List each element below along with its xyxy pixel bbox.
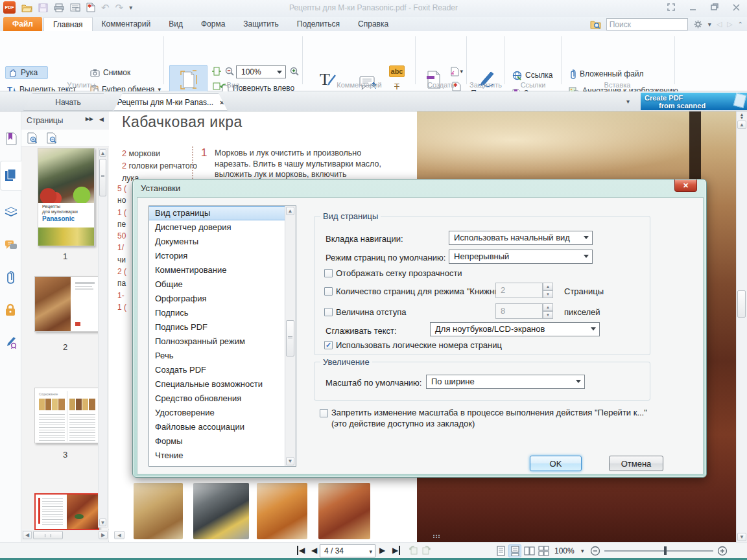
layers-panel-icon[interactable] bbox=[5, 206, 18, 219]
category-item[interactable]: Общие bbox=[149, 277, 296, 292]
statusbar-grip[interactable] bbox=[433, 535, 440, 538]
comments-panel-icon[interactable] bbox=[5, 240, 18, 253]
tab-view[interactable]: Вид bbox=[160, 17, 192, 31]
tab-share[interactable]: Поделиться bbox=[288, 17, 349, 31]
continuous-view-icon[interactable] bbox=[508, 544, 521, 557]
gap-spin-buttons[interactable]: ▲▼ bbox=[543, 303, 553, 319]
tab-start-page[interactable]: Начать bbox=[23, 93, 113, 111]
security-panel-icon[interactable] bbox=[5, 303, 18, 316]
list-scrollbar-thumb[interactable] bbox=[286, 320, 294, 356]
enlarge-thumbnails-icon[interactable] bbox=[27, 132, 38, 144]
document-scrollbar[interactable]: ▲▼ ▲ ▼ bbox=[736, 111, 747, 542]
gap-spinner[interactable]: 8 bbox=[495, 303, 543, 319]
gap-checkbox[interactable] bbox=[324, 308, 333, 316]
highlight-text-icon[interactable]: abc bbox=[389, 65, 405, 77]
cancel-button[interactable]: Отмена bbox=[609, 456, 663, 471]
tab-form[interactable]: Форма bbox=[192, 17, 234, 31]
close-document-icon[interactable]: × bbox=[220, 99, 224, 106]
panel-h-scrollbar[interactable]: ◀ ▶ bbox=[21, 530, 109, 541]
link-button[interactable]: Ссылка bbox=[510, 69, 554, 82]
category-item[interactable]: Подпись bbox=[149, 306, 296, 320]
page-thumbnail-2[interactable] bbox=[34, 276, 99, 332]
category-item[interactable]: История bbox=[149, 249, 296, 263]
category-item[interactable]: Документы bbox=[149, 235, 296, 249]
book-pages-spin-buttons[interactable]: ▲▼ bbox=[543, 283, 553, 298]
attach-file-button[interactable]: Вложенный файл bbox=[567, 67, 646, 80]
forbid-zoom-checkbox[interactable] bbox=[320, 409, 328, 417]
category-item[interactable]: Подпись PDF bbox=[149, 320, 296, 334]
tab-home[interactable]: Главная bbox=[43, 17, 93, 31]
close-button[interactable] bbox=[732, 3, 741, 12]
category-item[interactable]: Речь bbox=[149, 349, 296, 363]
page-thumbnail-3[interactable]: Содержание bbox=[34, 388, 99, 443]
zoom-slider-thumb[interactable] bbox=[664, 546, 667, 555]
category-item[interactable]: Файловые ассоциации bbox=[149, 420, 296, 434]
category-item[interactable]: Вид страницы bbox=[149, 206, 296, 220]
page-number-combobox[interactable]: 4 / 34▾ bbox=[320, 544, 375, 557]
category-item[interactable]: Формы bbox=[149, 434, 296, 449]
restore-button[interactable] bbox=[710, 3, 719, 12]
category-item[interactable]: Создать PDF bbox=[149, 363, 296, 377]
scroll-left-icon[interactable]: ◀ bbox=[23, 531, 32, 539]
fit-width-icon[interactable] bbox=[210, 65, 223, 77]
preferences-category-list[interactable]: Вид страницы Диспетчер доверия Документы… bbox=[148, 205, 296, 467]
tab-protect[interactable]: Защитить bbox=[234, 17, 287, 31]
book-pages-checkbox[interactable] bbox=[324, 287, 333, 296]
snapshot-button[interactable]: Снимок bbox=[88, 66, 132, 79]
category-item[interactable]: Комментирование bbox=[149, 263, 296, 277]
search-settings-gear-icon[interactable] bbox=[693, 19, 703, 29]
rotate-left-status-icon[interactable] bbox=[409, 546, 418, 555]
scroll-down-icon[interactable]: ▼ bbox=[286, 457, 294, 465]
scrollbar-thumb[interactable] bbox=[99, 159, 106, 196]
category-list-scrollbar[interactable]: ▲ ▼ bbox=[285, 206, 296, 466]
ok-button[interactable]: OK bbox=[530, 456, 582, 471]
reduce-thumbnails-icon[interactable] bbox=[46, 132, 58, 144]
page-thumbnail-1[interactable]: Рецептыдля мультиварки Panasonic bbox=[38, 148, 95, 246]
zoom-in-icon[interactable] bbox=[288, 65, 301, 77]
bookmarks-panel-icon[interactable] bbox=[5, 132, 18, 145]
pages-panel-icon[interactable] bbox=[5, 169, 18, 181]
doc-scroll-up-icon[interactable]: ▲ bbox=[737, 121, 746, 129]
create-pdf-banner[interactable]: Create PDF from scanned documents bbox=[641, 93, 747, 110]
facing-view-icon[interactable] bbox=[523, 544, 536, 557]
tab-file[interactable]: Файл bbox=[3, 17, 42, 31]
scroll-right-icon[interactable]: ▶ bbox=[99, 531, 108, 539]
navigation-tab-combobox[interactable]: Использовать начальный вид bbox=[449, 231, 593, 245]
search-gear-caret[interactable]: ▾ bbox=[708, 21, 711, 28]
category-item[interactable]: Полноэкранный режим bbox=[149, 334, 296, 349]
smooth-text-combobox[interactable]: Для ноутбуков/LCD-экранов bbox=[430, 322, 600, 336]
category-item[interactable]: Удостоверение bbox=[149, 406, 296, 420]
default-zoom-combobox[interactable]: По ширине bbox=[426, 375, 585, 389]
doc-scroll-down-icon[interactable]: ▼ bbox=[737, 533, 746, 541]
category-item[interactable]: Чтение bbox=[149, 449, 296, 463]
last-page-icon[interactable]: ▶ bbox=[392, 546, 400, 555]
collapse-ribbon-icon[interactable]: ⌃ bbox=[738, 21, 743, 28]
rotate-right-status-icon[interactable] bbox=[421, 546, 431, 555]
single-page-view-icon[interactable] bbox=[494, 544, 507, 557]
scroll-down-icon[interactable]: ▼ bbox=[99, 519, 106, 526]
doc-scroll-left-icon[interactable]: ◀ bbox=[114, 531, 124, 539]
page-mode-combobox[interactable]: Непрерывный bbox=[449, 250, 593, 264]
continuous-facing-view-icon[interactable] bbox=[537, 544, 550, 557]
tab-list-caret[interactable]: ▾ bbox=[626, 98, 630, 105]
category-item[interactable]: Специальные возможности bbox=[149, 377, 296, 391]
zoom-slider-track[interactable] bbox=[604, 550, 713, 552]
find-next-icon[interactable]: ▷ bbox=[727, 20, 732, 29]
category-item[interactable]: Диспетчер доверия bbox=[149, 220, 296, 235]
minimize-button[interactable] bbox=[689, 3, 697, 12]
h-scrollbar-thumb[interactable] bbox=[33, 531, 63, 539]
create-blank-icon[interactable]: ▾ bbox=[450, 65, 463, 77]
zoom-out-status-icon[interactable] bbox=[590, 546, 600, 556]
transparency-grid-checkbox[interactable] bbox=[324, 269, 333, 277]
first-page-icon[interactable]: ◀ bbox=[297, 546, 305, 555]
find-previous-icon[interactable]: ◁ bbox=[717, 20, 722, 29]
book-pages-spinner[interactable]: 2 bbox=[495, 283, 543, 298]
collapse-panel-icon[interactable]: ◀ bbox=[99, 116, 104, 122]
doc-scrollbar-thumb[interactable] bbox=[737, 290, 746, 318]
split-view-handle[interactable]: ▲▼ bbox=[738, 113, 746, 119]
expand-panel-icon[interactable]: ▶▶ bbox=[86, 116, 93, 122]
ribbon-zoom-combobox[interactable]: 100% bbox=[236, 65, 286, 78]
category-item[interactable]: Орфография bbox=[149, 292, 296, 306]
toggle-ribbon-icon[interactable] bbox=[667, 3, 676, 12]
attachments-panel-icon[interactable] bbox=[5, 271, 18, 284]
